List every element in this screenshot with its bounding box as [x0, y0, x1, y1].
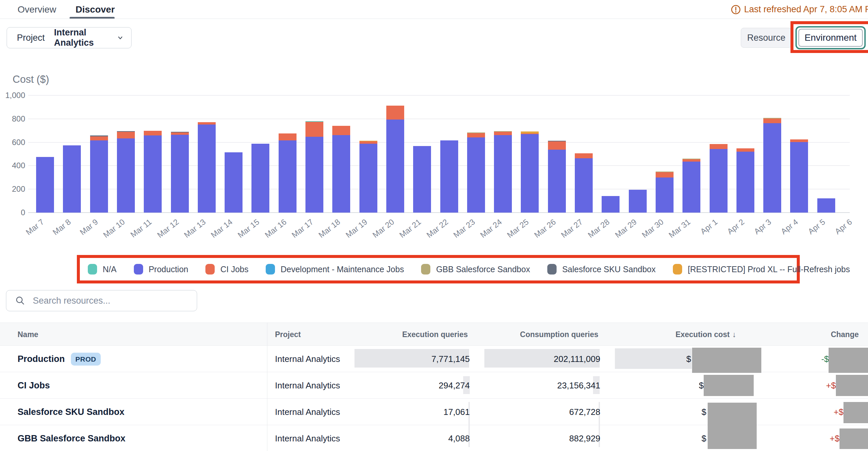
stacked-bar-apr-5[interactable]: [817, 198, 835, 213]
chart-y-axis: 1,0008006004002000: [0, 95, 25, 213]
legend-item[interactable]: GBB Salesforce Sandbox: [421, 264, 530, 275]
legend-swatch: [421, 264, 430, 275]
gridline: [28, 119, 850, 119]
bar-segment: [710, 149, 727, 213]
tab-discover[interactable]: Discover: [75, 4, 115, 15]
stacked-bar-mar-23[interactable]: [467, 132, 485, 213]
prod-badge: PROD: [71, 353, 101, 365]
redaction-box: [836, 375, 868, 396]
resource-toggle-button[interactable]: Resource: [741, 28, 792, 48]
stacked-bar-mar-19[interactable]: [360, 141, 377, 213]
y-tick-label: 0: [0, 207, 25, 218]
bar-segment: [575, 153, 593, 158]
topbar-divider: [0, 19, 868, 19]
stacked-bar-mar-25[interactable]: [521, 131, 539, 213]
discover-dashboard: Overview Discover Last refreshed Apr 7, …: [0, 0, 868, 451]
column-header-project[interactable]: Project: [275, 323, 301, 346]
bar-segment: [656, 172, 674, 178]
column-header-name[interactable]: Name: [18, 323, 38, 346]
column-header-execution-cost[interactable]: Execution cost↓: [596, 323, 736, 346]
bar-segment: [602, 196, 620, 213]
bar-segment: [90, 136, 108, 140]
stacked-bar-mar-28[interactable]: [602, 196, 620, 213]
stacked-bar-mar-7[interactable]: [36, 157, 54, 213]
redaction-box: [708, 402, 757, 449]
stacked-bar-mar-15[interactable]: [251, 144, 269, 213]
stacked-bar-mar-12[interactable]: [171, 132, 189, 213]
column-header-execution-queries[interactable]: Execution queries: [331, 323, 468, 346]
redaction-box: [692, 348, 761, 373]
execution-cost-label: Execution cost: [676, 330, 730, 339]
chart-plot: [28, 95, 850, 213]
stacked-bar-apr-3[interactable]: [763, 118, 781, 213]
stacked-bar-mar-16[interactable]: [279, 133, 297, 213]
legend-item[interactable]: Production: [134, 264, 188, 275]
stacked-bar-mar-18[interactable]: [332, 126, 350, 213]
table-header: Name Project Execution queries Consumpti…: [0, 323, 868, 346]
resource-name: Salesforce SKU Sandbox: [18, 399, 125, 425]
project-filter-dropdown[interactable]: Project Internal Analytics: [7, 27, 131, 49]
stacked-bar-mar-26[interactable]: [548, 141, 566, 213]
stacked-bar-mar-27[interactable]: [575, 153, 593, 213]
bar-segment: [90, 140, 108, 213]
stacked-bar-mar-30[interactable]: [656, 171, 674, 213]
column-header-change[interactable]: Change: [760, 323, 859, 346]
stacked-bar-mar-20[interactable]: [386, 106, 404, 213]
bar-segment: [117, 138, 135, 213]
stacked-bar-mar-10[interactable]: [117, 131, 135, 213]
column-header-consumption-queries[interactable]: Consumption queries: [464, 323, 598, 346]
legend-item[interactable]: Development - Maintenance Jobs: [266, 264, 404, 275]
stacked-bar-mar-21[interactable]: [413, 146, 431, 213]
project-cell: Internal Analytics: [275, 346, 340, 372]
legend-label: CI Jobs: [220, 265, 248, 274]
project-cell: Internal Analytics: [275, 399, 340, 425]
stacked-bar-mar-24[interactable]: [494, 131, 512, 213]
bar-segment: [737, 148, 754, 152]
bar-segment: [36, 157, 54, 213]
bar-segment: [494, 132, 512, 135]
stacked-bar-mar-31[interactable]: [682, 159, 700, 213]
tab-overview[interactable]: Overview: [18, 4, 56, 15]
resource-name-text: Production: [18, 346, 65, 372]
legend-label: GBB Salesforce Sandbox: [436, 265, 530, 274]
bar-segment: [386, 106, 404, 120]
project-cell: Internal Analytics: [275, 425, 340, 451]
bar-segment: [63, 146, 81, 213]
stacked-bar-mar-13[interactable]: [198, 122, 216, 213]
legend-item[interactable]: CI Jobs: [206, 264, 248, 275]
bar-segment: [360, 141, 377, 144]
stacked-bar-mar-22[interactable]: [440, 140, 458, 213]
legend-label: Production: [149, 265, 188, 274]
stacked-bar-mar-17[interactable]: [306, 121, 323, 213]
bar-segment: [332, 135, 350, 213]
stacked-bar-mar-11[interactable]: [144, 131, 162, 213]
redaction-box: [843, 402, 868, 423]
legend-item[interactable]: Salesforce SKU Sandbox: [547, 264, 656, 275]
legend-item[interactable]: N/A: [88, 264, 117, 275]
legend-label: [RESTRICTED] Prod XL -- Full-Refresh job…: [688, 265, 850, 274]
search-input[interactable]: [32, 295, 191, 306]
bar-segment: [251, 144, 269, 213]
legend-label: Salesforce SKU Sandbox: [562, 265, 656, 274]
stacked-bar-mar-29[interactable]: [629, 190, 647, 213]
legend-swatch: [134, 264, 143, 275]
legend-item[interactable]: [RESTRICTED] Prod XL -- Full-Refresh job…: [673, 264, 850, 275]
search-box[interactable]: [6, 290, 197, 311]
bar-segment: [817, 198, 835, 213]
stacked-bar-apr-4[interactable]: [790, 139, 808, 213]
bar-segment: [629, 190, 647, 213]
stacked-bar-mar-8[interactable]: [63, 146, 81, 213]
y-tick-label: 400: [0, 161, 25, 170]
y-tick-label: 600: [0, 137, 25, 147]
stacked-bar-mar-14[interactable]: [225, 152, 243, 213]
legend-label: Development - Maintenance Jobs: [281, 265, 404, 274]
stacked-bar-apr-2[interactable]: [737, 148, 754, 213]
resource-name: GBB Salesforce Sandbox: [18, 425, 126, 451]
stacked-bar-mar-9[interactable]: [90, 135, 108, 213]
chart-x-axis: Mar 7Mar 8Mar 9Mar 10Mar 11Mar 12Mar 13M…: [28, 216, 863, 256]
execution-queries-cell: 294,274: [331, 372, 470, 399]
stacked-bar-apr-1[interactable]: [710, 144, 727, 213]
consumption-queries-cell: 23,156,341: [464, 372, 600, 399]
environment-toggle-button[interactable]: Environment: [799, 29, 863, 47]
last-refreshed-text: Last refreshed Apr 7, 8:05 AM PDT: [744, 4, 868, 14]
